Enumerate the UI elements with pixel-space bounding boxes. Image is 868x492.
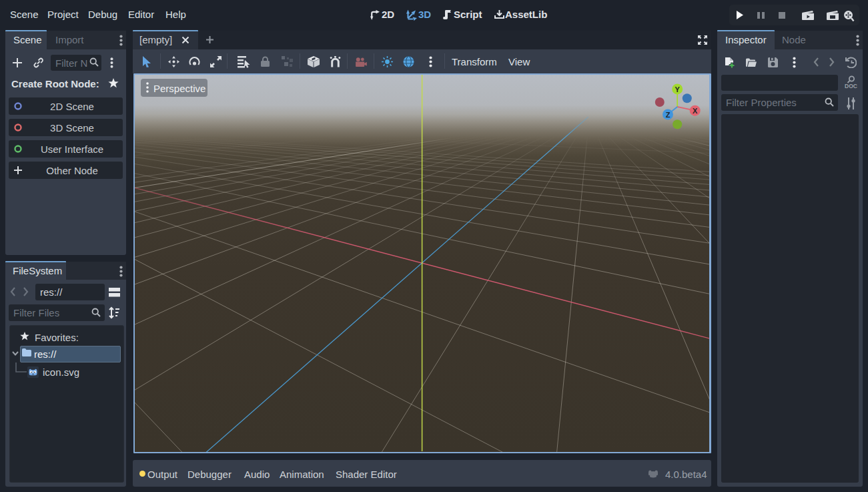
svg-text:Y: Y	[675, 85, 681, 93]
svg-text:DOC: DOC	[845, 83, 857, 89]
svg-text:Z: Z	[666, 111, 671, 119]
svg-text:X: X	[693, 107, 698, 115]
